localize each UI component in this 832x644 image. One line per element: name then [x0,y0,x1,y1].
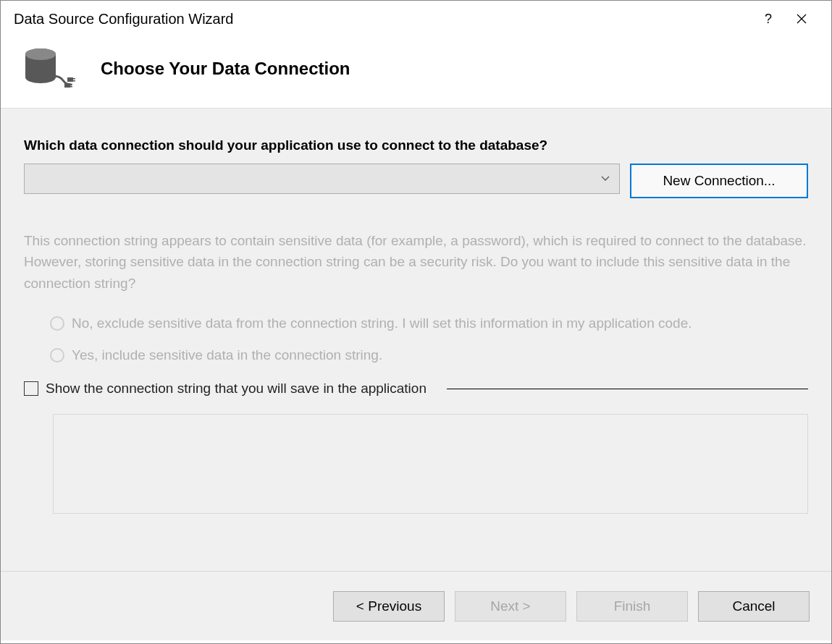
svg-rect-7 [73,78,75,80]
radio-icon [50,316,64,331]
chevron-down-icon [600,175,610,182]
cancel-label: Cancel [732,598,775,614]
svg-point-5 [25,48,56,60]
next-label: Next > [490,598,530,614]
wizard-header: Choose Your Data Connection [1,37,831,108]
help-icon: ? [765,12,772,27]
close-icon [797,14,807,24]
svg-rect-6 [67,77,73,82]
next-button: Next > [455,591,566,622]
previous-button[interactable]: < Previous [333,591,445,622]
sensitive-data-explanation: This connection string appears to contai… [24,230,808,294]
connection-dropdown[interactable] [24,164,620,194]
svg-point-4 [25,72,56,83]
close-button[interactable] [785,4,818,33]
finish-button: Finish [576,591,688,622]
wizard-footer: < Previous Next > Finish Cancel [1,571,831,640]
connection-string-textbox [53,414,808,514]
expand-box-icon [24,381,38,396]
finish-label: Finish [614,598,651,614]
help-button[interactable]: ? [752,4,785,33]
sensitive-data-radio-group: No, exclude sensitive data from the conn… [50,315,808,363]
divider [447,389,808,389]
question-label: Which data connection should your applic… [24,137,808,153]
svg-rect-9 [64,83,70,88]
wizard-content: Which data connection should your applic… [1,108,831,571]
database-icon [21,47,79,90]
page-heading: Choose Your Data Connection [101,59,350,79]
previous-label: < Previous [356,598,421,614]
connection-row: New Connection... [24,164,808,198]
cancel-button[interactable]: Cancel [698,591,810,622]
radio-exclude-label: No, exclude sensitive data from the conn… [72,315,692,331]
svg-rect-8 [73,80,75,82]
show-connection-string-expander[interactable]: Show the connection string that you will… [24,381,808,397]
svg-rect-10 [70,84,72,85]
new-connection-label: New Connection... [663,173,775,189]
new-connection-button[interactable]: New Connection... [630,164,808,198]
window-title: Data Source Configuration Wizard [14,11,752,27]
radio-include-sensitive: Yes, include sensitive data in the conne… [50,347,808,363]
titlebar: Data Source Configuration Wizard ? [1,1,831,37]
radio-icon [50,348,64,363]
radio-exclude-sensitive: No, exclude sensitive data from the conn… [50,315,808,331]
radio-include-label: Yes, include sensitive data in the conne… [72,347,382,363]
svg-rect-11 [70,86,72,88]
expander-label: Show the connection string that you will… [46,381,426,397]
